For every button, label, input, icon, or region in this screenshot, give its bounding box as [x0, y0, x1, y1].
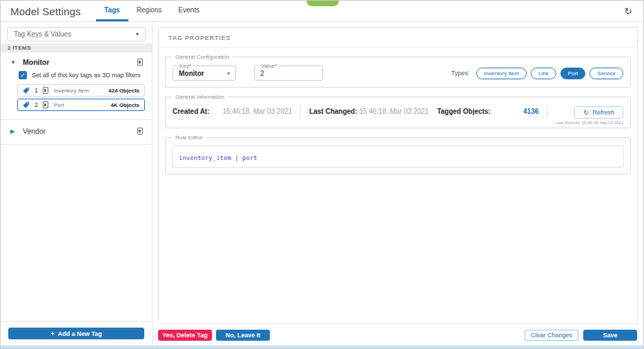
tagged-objects-value[interactable]: 4136 — [523, 108, 538, 115]
tag-object-count: 4K Objects — [110, 102, 139, 108]
clear-changes-button[interactable]: Clear Changes — [525, 330, 578, 341]
refresh-column: ↻ Refresh Last Refresh: 15:46:18, Mar 03… — [556, 106, 623, 125]
tagged-objects-label: Tagged Objects: — [437, 108, 491, 115]
delete-cancel-button[interactable]: No, Leave It — [216, 330, 270, 341]
sidebar-footer: + Add a New Tag — [1, 321, 152, 346]
required-asterisk: * — [189, 63, 191, 69]
tag-properties-panel: TAG PROPERTIES General Configuration Key… — [158, 27, 638, 324]
save-button[interactable]: Save — [583, 330, 637, 341]
rule-editor-input[interactable]: inventory_item | port — [172, 146, 624, 168]
group-name: Monitor — [23, 58, 131, 66]
fieldset-general-information: General Information Created At: 15:46:18… — [165, 97, 631, 128]
group-header-monitor[interactable]: ▼ Monitor — [1, 52, 152, 70]
tag-object-count: 424 Objects — [108, 88, 139, 94]
add-tag-button[interactable]: + Add a New Tag — [8, 328, 144, 339]
group-header-vendor[interactable]: ▶ Vendor — [1, 120, 152, 141]
tag-value: 2 — [35, 101, 38, 108]
tab-events[interactable]: Events — [170, 1, 208, 21]
dropdown-label: Tag Keys & Values — [14, 30, 71, 38]
main-footer: Yes, Delete Tag No, Leave It Clear Chang… — [158, 324, 638, 346]
rule-text: inventory_item | port — [179, 154, 257, 161]
last-changed-label: Last Changed: — [309, 108, 357, 115]
created-at-segment: Created At: 15:46:18, Mar 03 2021 — [173, 106, 292, 115]
last-changed-segment: Last Changed: 15:46:18, Mar 03 2021 — [309, 106, 429, 115]
required-asterisk: * — [275, 63, 277, 69]
tag-icon — [23, 101, 30, 108]
tagged-objects-segment: Tagged Objects: 4136 — [437, 106, 538, 115]
map-filter-row: ✓ Set all of this key tags as 3D map fil… — [1, 70, 152, 82]
bottom-strip — [1, 346, 643, 348]
card-icon[interactable] — [137, 59, 143, 66]
key-select[interactable]: Key* Monitor ▾ — [173, 66, 236, 81]
tag-icon — [23, 87, 30, 94]
chevron-down-icon: ▾ — [136, 31, 139, 37]
content: Tag Keys & Values ▾ 2 ITEMS ▼ Monitor ✓ … — [1, 22, 643, 346]
value-input[interactable]: Value* 2 — [254, 66, 323, 81]
refresh-button-label: Refresh — [592, 109, 614, 116]
map-filter-label: Set all of this key tags as 3D map filte… — [32, 72, 141, 79]
fieldset-general-configuration: General Configuration Key* Monitor ▾ Val… — [165, 57, 631, 88]
tag-keys-values-dropdown[interactable]: Tag Keys & Values ▾ — [7, 27, 146, 41]
type-pill-service[interactable]: Service — [589, 68, 623, 79]
chevron-right-icon: ▶ — [10, 128, 17, 134]
fieldset-legend: General Configuration — [172, 54, 233, 60]
tag-type: Port — [53, 102, 106, 108]
type-pill-port[interactable]: Port — [560, 68, 586, 79]
card-icon[interactable] — [137, 128, 143, 134]
types-label: Types: — [451, 70, 470, 77]
fieldset-rule-editor: Rule Editor inventory_item | port — [165, 137, 631, 174]
vertical-divider — [547, 106, 547, 119]
delete-confirm-button[interactable]: Yes, Delete Tag — [158, 330, 212, 341]
created-at-value: 15:46:18, Mar 03 2021 — [222, 108, 292, 115]
plus-icon: + — [50, 330, 54, 337]
card-icon — [43, 87, 48, 94]
page-title: Model Settings — [10, 6, 81, 17]
panel-title: TAG PROPERTIES — [159, 28, 637, 48]
tag-value: 1 — [35, 87, 38, 94]
card-icon — [43, 101, 48, 108]
tag-row-2[interactable]: 2 Port 4K Objects — [17, 99, 145, 111]
value-label: Value — [261, 63, 275, 69]
check-icon: ✓ — [20, 72, 26, 79]
last-refresh-note: Last Refresh: 15:46:18, Mar 03 2021 — [556, 121, 623, 125]
key-select-value: Monitor — [179, 70, 204, 77]
items-count: 2 ITEMS — [1, 43, 152, 52]
last-changed-value: 15:46:18, Mar 03 2021 — [360, 108, 429, 115]
refresh-icon[interactable]: ↻ — [624, 6, 632, 16]
tag-row-1[interactable]: 1 Inventory Item 424 Objects — [17, 84, 145, 97]
created-at-label: Created At: — [173, 108, 210, 115]
fieldset-legend: General Information — [172, 94, 228, 100]
key-label: Key — [179, 63, 189, 69]
sidebar: Tag Keys & Values ▾ 2 ITEMS ▼ Monitor ✓ … — [1, 22, 153, 346]
type-pill-inventory-item[interactable]: Inventory Item — [476, 68, 527, 79]
chevron-down-icon: ▾ — [227, 70, 230, 77]
refresh-button[interactable]: ↻ Refresh — [574, 106, 623, 119]
chevron-down-icon: ▼ — [10, 59, 17, 66]
toast-notification — [306, 1, 339, 6]
tab-regions[interactable]: Regions — [128, 1, 170, 21]
vertical-divider — [300, 106, 301, 119]
model-settings-page: Model Settings Tags Regions Events ↻ Tag… — [0, 0, 644, 349]
tag-type: Inventory Item — [53, 88, 104, 94]
type-pill-link[interactable]: Link — [531, 68, 556, 79]
group-name: Vendor — [23, 127, 131, 135]
map-filter-checkbox[interactable]: ✓ — [19, 71, 27, 79]
value-input-value: 2 — [260, 70, 264, 77]
tab-tags[interactable]: Tags — [96, 1, 128, 21]
main-area: TAG PROPERTIES General Configuration Key… — [153, 22, 643, 346]
add-tag-label: Add a New Tag — [58, 330, 102, 337]
tab-bar: Tags Regions Events — [96, 1, 208, 21]
fieldset-legend: Rule Editor — [172, 134, 206, 141]
refresh-icon: ↻ — [583, 109, 589, 117]
